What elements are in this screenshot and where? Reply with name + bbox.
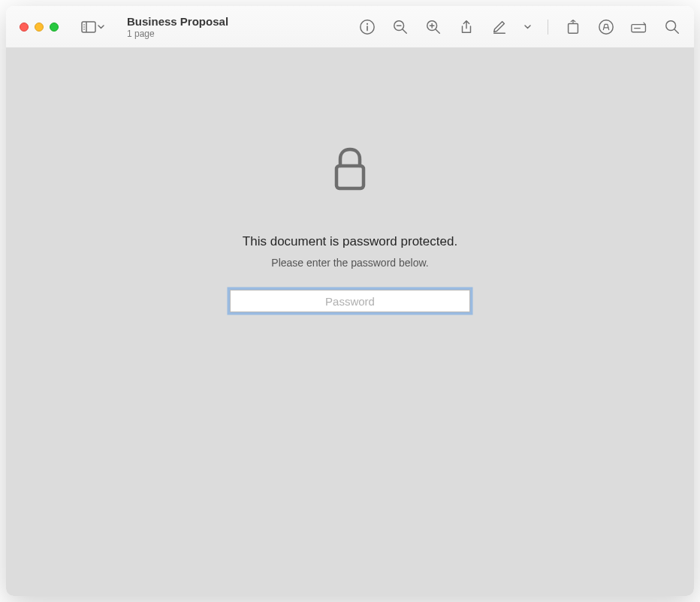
share-button[interactable] xyxy=(458,19,475,35)
svg-line-21 xyxy=(674,29,678,33)
document-page-count: 1 page xyxy=(127,29,353,39)
password-prompt-heading: This document is password protected. xyxy=(243,234,457,249)
maximize-window-button[interactable] xyxy=(50,23,59,32)
zoom-in-icon xyxy=(425,19,442,35)
lock-icon xyxy=(331,146,369,197)
search-icon xyxy=(664,19,680,35)
close-window-button[interactable] xyxy=(20,23,29,32)
info-icon xyxy=(359,19,376,35)
svg-rect-16 xyxy=(569,23,578,33)
svg-point-6 xyxy=(367,23,368,24)
highlight-button[interactable] xyxy=(598,19,614,35)
toolbar-divider xyxy=(548,20,548,35)
svg-line-9 xyxy=(403,29,406,33)
markup-dropdown-button[interactable] xyxy=(524,25,531,29)
svg-line-12 xyxy=(436,29,439,33)
preview-window: Business Proposal 1 page xyxy=(6,6,694,596)
toolbar-actions xyxy=(359,19,680,35)
highlight-icon xyxy=(598,19,614,35)
form-icon xyxy=(631,19,647,35)
svg-point-20 xyxy=(666,20,676,30)
search-button[interactable] xyxy=(664,19,680,35)
zoom-out-button[interactable] xyxy=(392,19,409,35)
chevron-down-icon xyxy=(98,25,104,29)
minimize-window-button[interactable] xyxy=(35,23,44,32)
toolbar: Business Proposal 1 page xyxy=(6,6,694,48)
sidebar-icon xyxy=(81,21,96,33)
markup-button[interactable] xyxy=(491,19,508,35)
zoom-out-icon xyxy=(392,19,409,35)
document-title-section: Business Proposal 1 page xyxy=(127,15,353,39)
rotate-button[interactable] xyxy=(565,19,581,35)
info-button[interactable] xyxy=(359,19,376,35)
markup-icon xyxy=(491,19,508,35)
document-content-area: This document is password protected. Ple… xyxy=(6,48,694,596)
share-icon xyxy=(458,19,475,35)
document-title: Business Proposal xyxy=(127,15,353,28)
password-input[interactable] xyxy=(230,290,470,312)
form-fill-button[interactable] xyxy=(631,19,647,35)
sidebar-toggle-button[interactable] xyxy=(78,18,107,36)
window-controls xyxy=(20,23,59,32)
rotate-icon xyxy=(565,19,581,35)
zoom-in-button[interactable] xyxy=(425,19,442,35)
svg-rect-22 xyxy=(336,166,364,188)
svg-point-17 xyxy=(599,20,613,33)
password-prompt-instruction: Please enter the password below. xyxy=(271,257,428,269)
